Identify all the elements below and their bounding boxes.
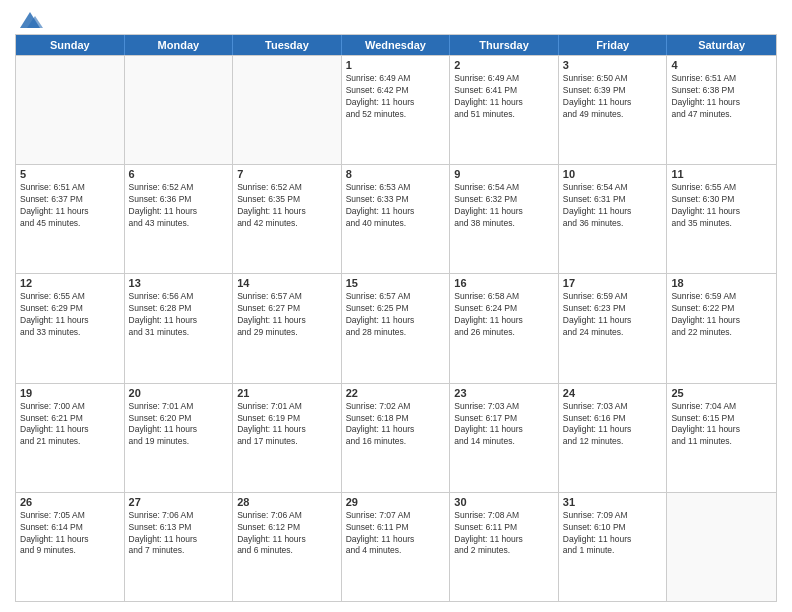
day-number: 22	[346, 387, 446, 399]
calendar-day-28: 28Sunrise: 7:06 AM Sunset: 6:12 PM Dayli…	[233, 493, 342, 601]
day-info: Sunrise: 6:57 AM Sunset: 6:25 PM Dayligh…	[346, 291, 446, 339]
calendar-day-14: 14Sunrise: 6:57 AM Sunset: 6:27 PM Dayli…	[233, 274, 342, 382]
day-info: Sunrise: 6:54 AM Sunset: 6:31 PM Dayligh…	[563, 182, 663, 230]
day-number: 13	[129, 277, 229, 289]
day-number: 8	[346, 168, 446, 180]
day-number: 28	[237, 496, 337, 508]
weekday-header-saturday: Saturday	[667, 35, 776, 55]
calendar-day-5: 5Sunrise: 6:51 AM Sunset: 6:37 PM Daylig…	[16, 165, 125, 273]
calendar-day-3: 3Sunrise: 6:50 AM Sunset: 6:39 PM Daylig…	[559, 56, 668, 164]
logo	[15, 10, 45, 26]
calendar-day-2: 2Sunrise: 6:49 AM Sunset: 6:41 PM Daylig…	[450, 56, 559, 164]
day-info: Sunrise: 7:01 AM Sunset: 6:20 PM Dayligh…	[129, 401, 229, 449]
calendar-day-20: 20Sunrise: 7:01 AM Sunset: 6:20 PM Dayli…	[125, 384, 234, 492]
day-info: Sunrise: 6:50 AM Sunset: 6:39 PM Dayligh…	[563, 73, 663, 121]
day-info: Sunrise: 6:55 AM Sunset: 6:29 PM Dayligh…	[20, 291, 120, 339]
calendar-day-7: 7Sunrise: 6:52 AM Sunset: 6:35 PM Daylig…	[233, 165, 342, 273]
day-info: Sunrise: 6:51 AM Sunset: 6:38 PM Dayligh…	[671, 73, 772, 121]
calendar-day-26: 26Sunrise: 7:05 AM Sunset: 6:14 PM Dayli…	[16, 493, 125, 601]
day-info: Sunrise: 6:51 AM Sunset: 6:37 PM Dayligh…	[20, 182, 120, 230]
weekday-header-friday: Friday	[559, 35, 668, 55]
day-number: 29	[346, 496, 446, 508]
weekday-header-monday: Monday	[125, 35, 234, 55]
day-info: Sunrise: 6:55 AM Sunset: 6:30 PM Dayligh…	[671, 182, 772, 230]
calendar-day-13: 13Sunrise: 6:56 AM Sunset: 6:28 PM Dayli…	[125, 274, 234, 382]
day-number: 2	[454, 59, 554, 71]
weekday-header-wednesday: Wednesday	[342, 35, 451, 55]
day-number: 27	[129, 496, 229, 508]
calendar-day-empty	[16, 56, 125, 164]
calendar-week-2: 5Sunrise: 6:51 AM Sunset: 6:37 PM Daylig…	[16, 164, 776, 273]
day-info: Sunrise: 6:57 AM Sunset: 6:27 PM Dayligh…	[237, 291, 337, 339]
day-info: Sunrise: 7:01 AM Sunset: 6:19 PM Dayligh…	[237, 401, 337, 449]
day-number: 1	[346, 59, 446, 71]
day-info: Sunrise: 7:03 AM Sunset: 6:17 PM Dayligh…	[454, 401, 554, 449]
calendar-header: SundayMondayTuesdayWednesdayThursdayFrid…	[16, 35, 776, 55]
calendar-week-4: 19Sunrise: 7:00 AM Sunset: 6:21 PM Dayli…	[16, 383, 776, 492]
calendar-day-18: 18Sunrise: 6:59 AM Sunset: 6:22 PM Dayli…	[667, 274, 776, 382]
weekday-header-tuesday: Tuesday	[233, 35, 342, 55]
day-info: Sunrise: 6:56 AM Sunset: 6:28 PM Dayligh…	[129, 291, 229, 339]
day-number: 19	[20, 387, 120, 399]
day-number: 18	[671, 277, 772, 289]
day-number: 5	[20, 168, 120, 180]
header	[15, 10, 777, 26]
calendar-day-29: 29Sunrise: 7:07 AM Sunset: 6:11 PM Dayli…	[342, 493, 451, 601]
day-number: 9	[454, 168, 554, 180]
page: SundayMondayTuesdayWednesdayThursdayFrid…	[0, 0, 792, 612]
day-info: Sunrise: 7:06 AM Sunset: 6:12 PM Dayligh…	[237, 510, 337, 558]
day-number: 11	[671, 168, 772, 180]
calendar-day-24: 24Sunrise: 7:03 AM Sunset: 6:16 PM Dayli…	[559, 384, 668, 492]
day-number: 25	[671, 387, 772, 399]
calendar-day-empty	[125, 56, 234, 164]
calendar-day-16: 16Sunrise: 6:58 AM Sunset: 6:24 PM Dayli…	[450, 274, 559, 382]
weekday-header-sunday: Sunday	[16, 35, 125, 55]
day-info: Sunrise: 7:06 AM Sunset: 6:13 PM Dayligh…	[129, 510, 229, 558]
day-number: 6	[129, 168, 229, 180]
calendar-week-1: 1Sunrise: 6:49 AM Sunset: 6:42 PM Daylig…	[16, 55, 776, 164]
day-number: 23	[454, 387, 554, 399]
day-number: 4	[671, 59, 772, 71]
day-info: Sunrise: 7:08 AM Sunset: 6:11 PM Dayligh…	[454, 510, 554, 558]
day-number: 3	[563, 59, 663, 71]
day-number: 20	[129, 387, 229, 399]
day-info: Sunrise: 6:54 AM Sunset: 6:32 PM Dayligh…	[454, 182, 554, 230]
calendar-day-22: 22Sunrise: 7:02 AM Sunset: 6:18 PM Dayli…	[342, 384, 451, 492]
day-info: Sunrise: 7:07 AM Sunset: 6:11 PM Dayligh…	[346, 510, 446, 558]
day-info: Sunrise: 7:05 AM Sunset: 6:14 PM Dayligh…	[20, 510, 120, 558]
day-info: Sunrise: 6:59 AM Sunset: 6:22 PM Dayligh…	[671, 291, 772, 339]
day-number: 12	[20, 277, 120, 289]
calendar-day-10: 10Sunrise: 6:54 AM Sunset: 6:31 PM Dayli…	[559, 165, 668, 273]
calendar-day-9: 9Sunrise: 6:54 AM Sunset: 6:32 PM Daylig…	[450, 165, 559, 273]
day-info: Sunrise: 7:04 AM Sunset: 6:15 PM Dayligh…	[671, 401, 772, 449]
calendar-day-6: 6Sunrise: 6:52 AM Sunset: 6:36 PM Daylig…	[125, 165, 234, 273]
day-info: Sunrise: 6:59 AM Sunset: 6:23 PM Dayligh…	[563, 291, 663, 339]
day-info: Sunrise: 6:53 AM Sunset: 6:33 PM Dayligh…	[346, 182, 446, 230]
calendar-day-empty	[667, 493, 776, 601]
calendar-day-23: 23Sunrise: 7:03 AM Sunset: 6:17 PM Dayli…	[450, 384, 559, 492]
day-number: 15	[346, 277, 446, 289]
calendar-day-15: 15Sunrise: 6:57 AM Sunset: 6:25 PM Dayli…	[342, 274, 451, 382]
day-info: Sunrise: 6:49 AM Sunset: 6:41 PM Dayligh…	[454, 73, 554, 121]
day-number: 7	[237, 168, 337, 180]
calendar-day-11: 11Sunrise: 6:55 AM Sunset: 6:30 PM Dayli…	[667, 165, 776, 273]
calendar-day-empty	[233, 56, 342, 164]
calendar-day-27: 27Sunrise: 7:06 AM Sunset: 6:13 PM Dayli…	[125, 493, 234, 601]
calendar-day-12: 12Sunrise: 6:55 AM Sunset: 6:29 PM Dayli…	[16, 274, 125, 382]
day-number: 30	[454, 496, 554, 508]
calendar-day-30: 30Sunrise: 7:08 AM Sunset: 6:11 PM Dayli…	[450, 493, 559, 601]
calendar-day-1: 1Sunrise: 6:49 AM Sunset: 6:42 PM Daylig…	[342, 56, 451, 164]
calendar-day-25: 25Sunrise: 7:04 AM Sunset: 6:15 PM Dayli…	[667, 384, 776, 492]
day-info: Sunrise: 7:09 AM Sunset: 6:10 PM Dayligh…	[563, 510, 663, 558]
day-info: Sunrise: 6:49 AM Sunset: 6:42 PM Dayligh…	[346, 73, 446, 121]
calendar-week-5: 26Sunrise: 7:05 AM Sunset: 6:14 PM Dayli…	[16, 492, 776, 601]
day-info: Sunrise: 7:00 AM Sunset: 6:21 PM Dayligh…	[20, 401, 120, 449]
calendar-day-21: 21Sunrise: 7:01 AM Sunset: 6:19 PM Dayli…	[233, 384, 342, 492]
day-number: 17	[563, 277, 663, 289]
day-number: 24	[563, 387, 663, 399]
calendar-body: 1Sunrise: 6:49 AM Sunset: 6:42 PM Daylig…	[16, 55, 776, 601]
day-number: 31	[563, 496, 663, 508]
day-number: 10	[563, 168, 663, 180]
day-info: Sunrise: 7:03 AM Sunset: 6:16 PM Dayligh…	[563, 401, 663, 449]
calendar-day-8: 8Sunrise: 6:53 AM Sunset: 6:33 PM Daylig…	[342, 165, 451, 273]
